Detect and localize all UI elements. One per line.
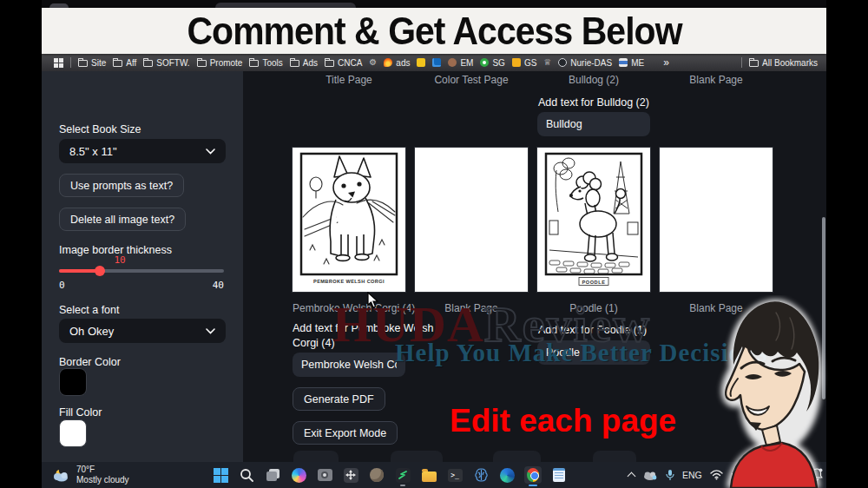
- gear-favicon-bookmark[interactable]: ⚙: [369, 58, 377, 67]
- book-size-select[interactable]: 8.5" x 11": [59, 139, 226, 163]
- weather-widget[interactable]: 70°FMostly cloudy: [50, 465, 129, 485]
- corgi-page-thumbnail[interactable]: PEMBROKE WELSH CORGI: [293, 148, 405, 292]
- slider-fill: [59, 269, 100, 273]
- folder-icon: [197, 60, 207, 67]
- generate-pdf-button[interactable]: Generate PDF: [293, 387, 385, 411]
- bookmark-folder-aff[interactable]: Aff: [113, 58, 136, 68]
- divider: [70, 57, 71, 68]
- book-size-value: 8.5" x 11": [69, 145, 117, 158]
- apps-grid-icon[interactable]: [54, 58, 63, 68]
- bookmarks-overflow-chevron[interactable]: »: [663, 56, 669, 69]
- folder-icon: [143, 60, 153, 67]
- blank-page-thumbnail[interactable]: [660, 148, 773, 292]
- crown-icon[interactable]: ♕: [543, 58, 551, 67]
- border-color-label: Border Color: [59, 356, 121, 368]
- poodle-text-input[interactable]: [537, 340, 650, 365]
- thickness-slider[interactable]: [59, 269, 224, 273]
- language-indicator[interactable]: ENG: [682, 470, 702, 480]
- task-view-icon[interactable]: [264, 466, 281, 484]
- folder-icon: [113, 60, 122, 67]
- poodle-line-art: POODLE: [537, 148, 650, 292]
- bookmark-ads[interactable]: ads: [384, 58, 410, 68]
- corgi-line-art: PEMBROKE WELSH CORGI: [293, 148, 405, 292]
- yellow-folder-icon: [512, 58, 521, 67]
- microphone-icon[interactable]: [666, 469, 674, 481]
- thickness-value: 10: [94, 254, 146, 266]
- brain-icon[interactable]: [472, 466, 490, 484]
- corgi-text-input[interactable]: [293, 353, 405, 377]
- bookmark-outlook[interactable]: [432, 58, 441, 67]
- next-row-ghost: [293, 451, 339, 462]
- book-size-label: Select Book Size: [59, 123, 141, 135]
- page-label-bulldog: Bulldog (2): [537, 74, 650, 86]
- bookmark-folder-site[interactable]: Site: [78, 58, 106, 68]
- weather-desc: Mostly cloudy: [76, 475, 129, 485]
- bookmark-folder-cnca[interactable]: CNCA: [325, 58, 362, 68]
- folder-icon: [249, 60, 259, 67]
- edge-icon[interactable]: [498, 466, 516, 484]
- terminal-icon[interactable]: >_: [446, 466, 464, 484]
- annotation-text: Edit each page: [450, 403, 676, 439]
- blank-page-thumbnail[interactable]: [415, 148, 528, 292]
- cartoon-character: [715, 295, 832, 488]
- all-bookmarks-button[interactable]: All Bookmarks: [749, 58, 818, 68]
- bookmark-em[interactable]: EM: [448, 58, 473, 68]
- slider-thumb[interactable]: [95, 266, 105, 276]
- page-label-color-test: Color Test Page: [415, 74, 528, 86]
- striped-favicon: [619, 58, 628, 67]
- screen: Comment & Get Access Below Site Aff SOFT…: [0, 0, 868, 488]
- poodle-field-label: Add text for Poodle (1): [538, 323, 647, 338]
- file-explorer-icon[interactable]: [420, 466, 437, 484]
- video-editor-icon[interactable]: [394, 466, 411, 484]
- next-row-ghost: [593, 451, 636, 462]
- page-label-corgi: Pembroke Welsh Corgi (4): [293, 302, 405, 314]
- bookmark-nurie-das[interactable]: Nurie-DAS: [558, 58, 612, 68]
- bulldog-text-input[interactable]: [537, 112, 650, 136]
- chevron-down-icon: [206, 328, 215, 334]
- folder-icon: [749, 60, 759, 67]
- fill-color-label: Fill Color: [59, 406, 102, 419]
- video-banner: Comment & Get Access Below: [42, 8, 826, 54]
- next-row-ghost: [391, 451, 443, 462]
- use-prompts-button[interactable]: Use prompts as text?: [59, 174, 184, 197]
- bookmark-folder-ads[interactable]: Ads: [290, 58, 318, 68]
- bookmark-me[interactable]: ME: [619, 58, 644, 68]
- delete-image-text-button[interactable]: Delete all image text?: [59, 208, 186, 231]
- chrome-icon[interactable]: [524, 466, 542, 484]
- divider: [741, 57, 742, 68]
- bookmark-sg[interactable]: SG: [480, 58, 504, 68]
- search-icon[interactable]: [238, 466, 255, 484]
- next-row-ghost: [493, 451, 541, 462]
- taskbar: 70°FMostly cloudy >_: [42, 462, 826, 488]
- bookmark-folder-softw[interactable]: SOFTW.: [143, 58, 189, 68]
- fill-color-swatch[interactable]: [59, 419, 87, 447]
- move-tool-icon[interactable]: [342, 466, 359, 484]
- bookmark-folder-tools[interactable]: Tools: [249, 58, 282, 68]
- page-label-blank-1: Blank Page: [660, 74, 773, 86]
- slider-max-label: 40: [198, 280, 224, 291]
- onedrive-icon[interactable]: [642, 470, 658, 480]
- notepad-icon[interactable]: [550, 466, 568, 484]
- bulldog-field-label: Add text for Bulldog (2): [538, 96, 649, 110]
- bookmark-yellow[interactable]: [417, 58, 425, 67]
- poodle-page-thumbnail[interactable]: POODLE: [537, 148, 650, 292]
- start-button[interactable]: [212, 466, 229, 484]
- bookmarks-bar: Site Aff SOFTW. Promote Tools Ads CNCA ⚙…: [42, 54, 826, 71]
- gimp-icon[interactable]: [368, 466, 385, 484]
- camera-icon[interactable]: [316, 466, 333, 484]
- copilot-icon[interactable]: [290, 466, 307, 484]
- tray-chevron-icon[interactable]: [628, 472, 636, 481]
- corgi-field-label: Add text for Pembroke Welsh Corgi (4): [293, 321, 438, 351]
- bookmark-folder-promote[interactable]: Promote: [197, 58, 243, 68]
- folder-icon: [78, 60, 88, 67]
- font-select[interactable]: Oh Okey: [59, 319, 226, 343]
- chevron-down-icon: [206, 148, 215, 155]
- border-color-swatch[interactable]: [59, 368, 87, 396]
- exit-export-mode-button[interactable]: Exit Export Mode: [293, 421, 398, 445]
- sidebar: Select Book Size 8.5" x 11" Use prompts …: [42, 71, 243, 462]
- yellow-favicon: [417, 58, 425, 67]
- green-circle-icon: [480, 58, 489, 67]
- bookmark-gs[interactable]: GS: [512, 58, 536, 68]
- folder-icon: [290, 60, 299, 67]
- folder-icon: [325, 60, 334, 67]
